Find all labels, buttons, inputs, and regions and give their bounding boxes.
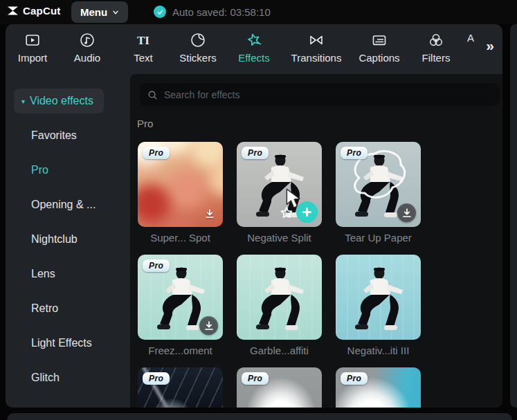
effect-card: Pro Freez...oment	[138, 255, 223, 360]
effect-card: Pro	[138, 367, 223, 408]
sidebar-item-pro[interactable]: Pro	[6, 153, 130, 188]
autosave-check-icon	[154, 6, 166, 18]
pro-badge: Pro	[143, 259, 170, 272]
effect-thumbnail[interactable]: Pro	[138, 255, 223, 340]
mouse-cursor-icon	[285, 188, 302, 210]
effect-card: Pro	[336, 367, 421, 408]
effect-name: Garble...affiti	[237, 340, 322, 360]
capcut-logo: CapCut	[6, 5, 61, 17]
timeline-panel-edge	[7, 413, 512, 420]
effect-card: Negativ...iti III	[336, 255, 421, 360]
toolbar-overflow-button[interactable]: »	[486, 38, 494, 53]
search-icon	[147, 90, 158, 100]
sidebar-item-favorites[interactable]: Favorites	[6, 118, 130, 153]
toolbar-tab-effects[interactable]: Effects	[228, 32, 280, 64]
effect-card: Garble...affiti	[237, 255, 322, 360]
download-button[interactable]	[201, 206, 218, 222]
pro-badge: Pro	[341, 147, 368, 159]
effects-content: Pro Pro Super... Spot Pro	[130, 74, 502, 408]
effect-card: Pro Tear Up Paper	[336, 142, 421, 248]
audio-icon	[79, 32, 96, 48]
stickers-icon	[190, 32, 206, 48]
sidebar-category-pill: ▾Video effects	[14, 89, 104, 113]
effects-sidebar: ▾Video effects Favorites Pro Opening & .…	[6, 74, 130, 408]
menu-button[interactable]: Menu	[71, 1, 128, 23]
effect-thumbnail[interactable]: Pro	[336, 142, 421, 227]
sidebar-item-lens[interactable]: Lens	[6, 257, 130, 291]
effect-card: Pro Negative Split	[237, 142, 322, 248]
dancer-figure	[336, 255, 421, 340]
toolbar-tab-import[interactable]: Import	[6, 32, 59, 64]
captions-icon	[371, 32, 388, 48]
download-icon	[401, 208, 412, 219]
effect-card: Pro	[237, 367, 322, 408]
toolbar-tab-transitions[interactable]: Transitions	[290, 32, 343, 64]
text-icon	[135, 32, 152, 48]
download-icon	[203, 320, 215, 331]
pro-badge: Pro	[143, 372, 170, 385]
download-icon	[204, 208, 215, 219]
effect-thumbnail[interactable]: Pro	[237, 142, 322, 227]
effect-thumbnail[interactable]: Pro	[237, 367, 322, 408]
search-bar[interactable]	[140, 84, 500, 106]
sidebar-item-retro[interactable]: Retro	[6, 291, 130, 326]
section-title: Pro	[137, 118, 153, 129]
sidebar-item-nightclub[interactable]: Nightclub	[6, 222, 130, 257]
autosave-text: Auto saved: 03:58:10	[172, 6, 271, 18]
sidebar-item-opening[interactable]: Opening & ...	[6, 188, 130, 222]
search-input[interactable]	[164, 89, 492, 100]
effect-name: Tear Up Paper	[336, 227, 421, 248]
chevron-down-icon	[112, 9, 119, 16]
top-bar: CapCut Menu Auto saved: 03:58:10	[0, 0, 517, 24]
menu-button-label: Menu	[80, 6, 107, 18]
preview-panel-edge	[510, 24, 517, 408]
toolbar-tab-text[interactable]: Text	[117, 32, 170, 64]
sidebar-item-glitch[interactable]: Glitch	[6, 360, 130, 395]
effect-thumbnail[interactable]: Pro	[138, 142, 223, 227]
dancer-figure	[237, 255, 322, 340]
toolbar-tab-audio[interactable]: Audio	[61, 32, 114, 64]
capcut-logo-text: CapCut	[23, 5, 61, 17]
effect-name: Super... Spot	[138, 227, 223, 248]
sidebar-item-video-effects[interactable]: ▾Video effects	[6, 84, 130, 118]
caret-down-icon: ▾	[21, 98, 25, 105]
effect-thumbnail[interactable]	[237, 255, 322, 340]
autosave-status: Auto saved: 03:58:10	[154, 6, 271, 18]
effect-name: Negative Split	[237, 227, 322, 248]
download-button[interactable]	[397, 203, 416, 222]
effect-thumbnail[interactable]	[336, 255, 421, 340]
pro-badge: Pro	[143, 147, 170, 159]
media-library-panel: Import Audio Text Stickers Effects Trans…	[6, 24, 502, 408]
hover-overlay	[237, 142, 322, 227]
effect-thumbnail[interactable]: Pro	[336, 367, 421, 408]
effects-icon	[246, 32, 262, 48]
import-icon	[24, 32, 41, 48]
transitions-icon	[308, 32, 325, 48]
pro-badge: Pro	[242, 372, 269, 385]
toolbar: Import Audio Text Stickers Effects Trans…	[6, 24, 502, 74]
filters-icon	[428, 32, 444, 48]
capcut-logo-icon	[6, 6, 19, 16]
sidebar-item-light-effects[interactable]: Light Effects	[6, 326, 130, 360]
toolbar-tab-a[interactable]: A	[457, 32, 484, 44]
effect-name: Negativ...iti III	[336, 340, 421, 360]
pro-badge: Pro	[341, 372, 368, 385]
effect-thumbnail[interactable]: Pro	[138, 367, 223, 408]
toolbar-tab-stickers[interactable]: Stickers	[172, 32, 224, 64]
effects-grid: Pro Super... Spot Pro Negative Split	[138, 142, 421, 408]
toolbar-tab-filters[interactable]: Filters	[410, 32, 462, 64]
download-button[interactable]	[199, 316, 218, 335]
toolbar-tab-captions[interactable]: Captions	[353, 32, 406, 64]
effect-card: Pro Super... Spot	[138, 142, 223, 248]
effect-name: Freez...oment	[138, 340, 223, 360]
